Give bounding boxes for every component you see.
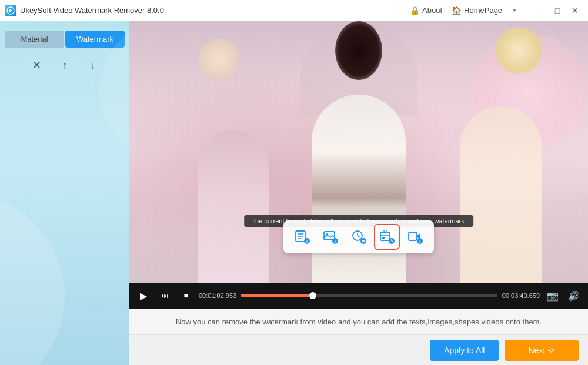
set-time-button[interactable] (374, 224, 400, 250)
footer: Apply to All Next -> (129, 334, 588, 365)
next-button[interactable]: Next -> (505, 340, 579, 361)
homepage-link[interactable]: 🏠 HomePage (452, 6, 502, 15)
move-down-icon[interactable]: ↓ (85, 57, 101, 73)
progress-thumb (309, 292, 316, 299)
player-controls: ▶ ⏭ ■ 00:01:02.953 00:03:40.659 📷 🔊 (129, 283, 588, 309)
svg-text:+: + (334, 239, 337, 245)
title-bar-left: UkeySoft Video Watermark Remover 8.0.0 (5, 5, 410, 16)
figure-center (312, 95, 406, 283)
svg-line-13 (358, 236, 360, 237)
set-time-icon (379, 229, 395, 245)
main-content: Material Watermark ✕ ↑ ↓ The cur (0, 21, 588, 365)
svg-rect-17 (380, 232, 390, 240)
lock-icon: 🔒 (410, 6, 420, 15)
toolbar-overlay: + + (283, 220, 434, 253)
app-title: UkeySoft Video Watermark Remover 8.0.0 (20, 6, 164, 15)
about-label: About (422, 6, 442, 15)
add-text-button[interactable]: + (289, 224, 315, 250)
current-time: 00:01:02.953 (199, 292, 236, 299)
dropdown-arrow-icon[interactable]: ▼ (512, 7, 517, 14)
home-icon: 🏠 (452, 6, 462, 15)
total-time: 00:03:40.659 (502, 292, 540, 299)
minimize-button[interactable]: ─ (532, 2, 548, 19)
add-text-icon: + (295, 229, 310, 245)
svg-text:+: + (306, 239, 309, 245)
hair-left (198, 39, 239, 80)
info-bar: Now you can remove the watermark from vi… (129, 309, 588, 334)
title-bar-right: 🔒 About 🏠 HomePage ▼ ─ □ ✕ (410, 2, 583, 19)
close-button[interactable]: ✕ (567, 2, 583, 19)
next-frame-button[interactable]: ⏭ (156, 287, 173, 304)
add-image-button[interactable]: + (318, 224, 343, 250)
volume-button[interactable]: 🔊 (566, 287, 582, 304)
apply-to-all-button[interactable]: Apply to All (430, 340, 499, 361)
title-bar: UkeySoft Video Watermark Remover 8.0.0 🔒… (0, 0, 588, 21)
watermark-tab[interactable]: Watermark (65, 31, 125, 48)
maximize-button[interactable]: □ (549, 2, 566, 19)
add-video-button[interactable]: + (402, 224, 428, 250)
figure-left (198, 130, 269, 283)
add-video-icon: + (407, 229, 423, 245)
stop-button[interactable]: ■ (178, 287, 194, 304)
svg-text:+: + (419, 239, 422, 245)
info-message: Now you can remove the watermark from vi… (176, 317, 542, 326)
add-shape-button[interactable] (346, 224, 372, 250)
video-area: The current time of slider will be used … (129, 21, 588, 365)
hair-right (495, 27, 542, 74)
video-preview: The current time of slider will be used … (129, 21, 588, 283)
app-icon (5, 5, 16, 16)
figure-right (460, 106, 542, 283)
homepage-label: HomePage (464, 6, 502, 15)
tab-buttons: Material Watermark (5, 31, 125, 48)
progress-fill (241, 294, 313, 297)
play-button[interactable]: ▶ (135, 287, 152, 304)
add-shape-icon (351, 229, 366, 245)
sidebar-actions: ✕ ↑ ↓ (9, 57, 120, 73)
hair-center (335, 21, 382, 80)
screenshot-button[interactable]: 📷 (544, 287, 561, 304)
move-up-icon[interactable]: ↑ (56, 57, 73, 73)
progress-bar[interactable] (241, 294, 497, 297)
delete-icon[interactable]: ✕ (28, 57, 45, 73)
add-image-icon: + (323, 229, 338, 245)
svg-rect-24 (409, 232, 417, 240)
svg-line-23 (392, 241, 393, 242)
material-tab[interactable]: Material (5, 31, 64, 48)
sidebar: Material Watermark ✕ ↑ ↓ (0, 21, 129, 365)
about-link[interactable]: 🔒 About (410, 6, 442, 15)
window-controls: ─ □ ✕ (532, 2, 583, 19)
